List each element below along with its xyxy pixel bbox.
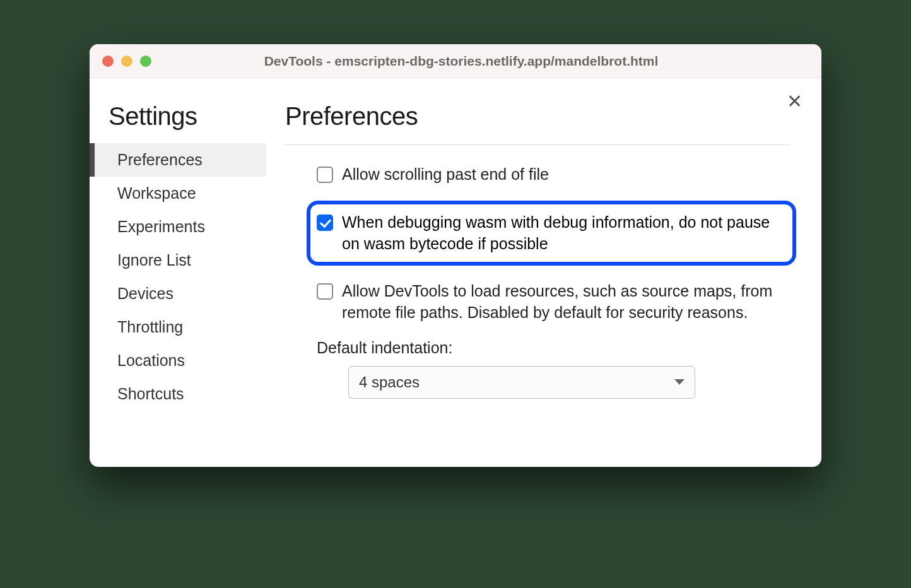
sidebar-list: Preferences Workspace Experiments Ignore… bbox=[109, 143, 266, 411]
sidebar-item-label: Workspace bbox=[117, 184, 196, 202]
sidebar-item-label: Devices bbox=[117, 285, 173, 302]
sidebar-item-label: Shortcuts bbox=[117, 385, 184, 403]
preferences-panel: Preferences Allow scrolling past end of … bbox=[266, 78, 821, 467]
sidebar-item-workspace[interactable]: Workspace bbox=[109, 177, 266, 210]
settings-content: ✕ Settings Preferences Workspace Experim… bbox=[90, 78, 821, 467]
option-allow-remote-file-paths[interactable]: Allow DevTools to load resources, such a… bbox=[317, 281, 790, 324]
window-close-button[interactable] bbox=[102, 56, 114, 67]
window-minimize-button[interactable] bbox=[121, 56, 132, 67]
checkbox-icon[interactable] bbox=[317, 283, 333, 300]
checkbox-icon[interactable] bbox=[317, 167, 333, 183]
chevron-down-icon bbox=[674, 379, 685, 385]
default-indentation-label: Default indentation: bbox=[317, 339, 790, 357]
preferences-options: Allow scrolling past end of file When de… bbox=[285, 164, 790, 399]
sidebar-item-ignore-list[interactable]: Ignore List bbox=[109, 244, 266, 277]
window-zoom-button[interactable] bbox=[140, 56, 151, 67]
sidebar-title: Settings bbox=[109, 102, 266, 131]
sidebar-item-label: Preferences bbox=[117, 151, 203, 168]
devtools-settings-window: DevTools - emscripten-dbg-stories.netlif… bbox=[90, 44, 821, 467]
sidebar-item-label: Locations bbox=[117, 351, 185, 369]
close-icon[interactable]: ✕ bbox=[787, 92, 802, 111]
default-indentation-select[interactable]: 4 spaces bbox=[348, 366, 695, 399]
settings-sidebar: Settings Preferences Workspace Experimen… bbox=[90, 78, 266, 467]
window-title: DevTools - emscripten-dbg-stories.netlif… bbox=[151, 54, 809, 69]
sidebar-item-label: Ignore List bbox=[117, 251, 191, 269]
sidebar-item-locations[interactable]: Locations bbox=[109, 344, 266, 377]
sidebar-item-throttling[interactable]: Throttling bbox=[109, 310, 266, 344]
option-label: Allow scrolling past end of file bbox=[342, 164, 549, 185]
traffic-lights bbox=[102, 56, 151, 67]
panel-title: Preferences bbox=[285, 102, 790, 131]
select-value: 4 spaces bbox=[359, 373, 420, 391]
option-wasm-no-pause-highlighted[interactable]: When debugging wasm with debug informati… bbox=[307, 201, 796, 266]
checkbox-icon[interactable] bbox=[317, 215, 333, 231]
sidebar-item-preferences[interactable]: Preferences bbox=[90, 143, 266, 177]
sidebar-item-shortcuts[interactable]: Shortcuts bbox=[109, 377, 266, 411]
option-allow-scrolling-past-eof[interactable]: Allow scrolling past end of file bbox=[317, 164, 790, 185]
sidebar-item-devices[interactable]: Devices bbox=[109, 277, 266, 310]
sidebar-item-label: Throttling bbox=[117, 318, 183, 336]
divider bbox=[285, 144, 790, 145]
sidebar-item-label: Experiments bbox=[117, 218, 205, 235]
option-label: When debugging wasm with debug informati… bbox=[342, 212, 781, 255]
window-titlebar: DevTools - emscripten-dbg-stories.netlif… bbox=[90, 44, 821, 78]
option-label: Allow DevTools to load resources, such a… bbox=[342, 281, 790, 324]
sidebar-item-experiments[interactable]: Experiments bbox=[109, 210, 266, 244]
